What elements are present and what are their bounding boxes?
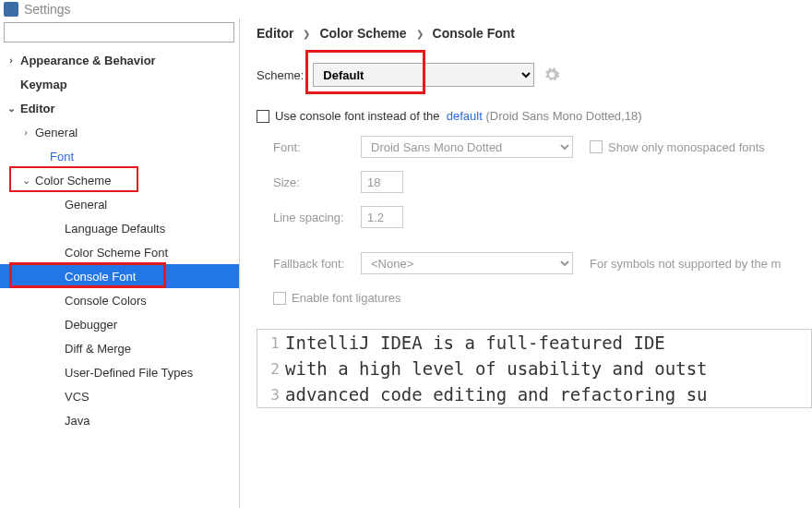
sidebar-item-label: Color Scheme Font <box>65 246 168 260</box>
gear-icon[interactable] <box>543 67 560 83</box>
sidebar-item-label: Editor <box>20 102 55 115</box>
line-number: 1 <box>257 334 285 352</box>
preview-line: 3advanced code editing and refactoring s… <box>257 381 811 407</box>
sidebar-item-general[interactable]: ›General <box>0 192 239 216</box>
default-font-link[interactable]: default <box>447 109 483 123</box>
sidebar-item-label: Keymap <box>20 78 67 91</box>
chevron-right-icon: › <box>6 54 17 66</box>
sidebar-item-java[interactable]: ›Java <box>0 408 239 432</box>
fallback-label: Fallback font: <box>273 257 361 271</box>
breadcrumb-console-font: Console Font <box>433 26 515 41</box>
ligatures-label: Enable font ligatures <box>292 291 401 305</box>
sidebar-item-label: General <box>35 126 78 139</box>
breadcrumb: Editor ❯ Color Scheme ❯ Console Font <box>257 24 812 41</box>
use-console-font-checkbox[interactable] <box>257 110 269 123</box>
sidebar-item-vcs[interactable]: ›VCS <box>0 384 239 408</box>
sidebar-item-general[interactable]: ›General <box>0 120 239 144</box>
breadcrumb-editor[interactable]: Editor <box>257 26 293 41</box>
sidebar-item-language-defaults[interactable]: ›Language Defaults <box>0 216 239 240</box>
chevron-right-icon: ❯ <box>416 29 424 39</box>
svg-point-2 <box>550 73 555 78</box>
chevron-right-icon: ❯ <box>303 29 310 39</box>
font-preview: 1IntelliJ IDEA is a full-featured IDE2wi… <box>257 329 812 408</box>
sidebar-item-console-colors[interactable]: ›Console Colors <box>0 288 239 312</box>
sidebar-item-appearance-behavior[interactable]: ›Appearance & Behavior <box>0 48 239 72</box>
window-titlebar: Settings <box>0 0 812 18</box>
monospaced-checkbox[interactable] <box>590 140 603 153</box>
highlight-box <box>9 166 138 192</box>
settings-tree: ›Appearance & Behavior›Keymap⌄Editor›Gen… <box>0 48 239 508</box>
preview-text: advanced code editing and refactoring su <box>285 384 708 405</box>
preview-text: IntelliJ IDEA is a full-featured IDE <box>285 333 665 353</box>
sidebar-item-user-defined-file-types[interactable]: ›User-Defined File Types <box>0 360 239 384</box>
preview-line: 1IntelliJ IDEA is a full-featured IDE <box>257 330 811 356</box>
font-label: Font: <box>273 140 361 154</box>
preview-line: 2with a high level of usability and outs… <box>257 356 811 381</box>
sidebar-item-label: VCS <box>65 390 90 404</box>
scheme-select[interactable]: Default <box>313 63 534 87</box>
use-console-font-label: Use console font instead of the default … <box>275 109 642 123</box>
sidebar-item-label: Java <box>65 414 90 428</box>
spacing-input[interactable] <box>361 206 403 228</box>
preview-text: with a high level of usability and outst <box>285 358 708 379</box>
sidebar: ›Appearance & Behavior›Keymap⌄Editor›Gen… <box>0 18 240 508</box>
fallback-hint: For symbols not supported by the m <box>590 257 781 271</box>
ligatures-checkbox[interactable] <box>273 292 286 305</box>
sidebar-item-font[interactable]: ›Font <box>0 144 239 168</box>
sidebar-item-label: Appearance & Behavior <box>20 54 156 67</box>
size-label: Size: <box>273 175 361 189</box>
sidebar-item-label: User-Defined File Types <box>65 366 193 380</box>
search-input[interactable] <box>4 22 234 42</box>
fallback-select[interactable]: <None> <box>361 252 573 274</box>
sidebar-item-editor[interactable]: ⌄Editor <box>0 96 239 120</box>
sidebar-item-keymap[interactable]: ›Keymap <box>0 72 239 96</box>
size-input[interactable] <box>361 171 403 193</box>
content-pane: Editor ❯ Color Scheme ❯ Console Font Sch… <box>240 18 812 508</box>
chevron-right-icon: › <box>20 127 31 138</box>
app-icon <box>4 2 18 17</box>
monospaced-label: Show only monospaced fonts <box>608 140 765 154</box>
chevron-down-icon: ⌄ <box>6 103 17 115</box>
breadcrumb-color-scheme[interactable]: Color Scheme <box>319 26 406 41</box>
scheme-label: Scheme: <box>257 68 304 82</box>
sidebar-item-label: Language Defaults <box>65 222 165 236</box>
sidebar-item-label: Console Colors <box>65 294 147 308</box>
highlight-box <box>9 262 166 288</box>
sidebar-item-label: General <box>65 198 107 212</box>
sidebar-item-label: Debugger <box>65 318 117 332</box>
spacing-label: Line spacing: <box>273 211 361 224</box>
sidebar-item-color-scheme-font[interactable]: ›Color Scheme Font <box>0 240 239 264</box>
sidebar-item-label: Diff & Merge <box>65 342 131 356</box>
font-select[interactable]: Droid Sans Mono Dotted <box>361 136 573 158</box>
sidebar-item-debugger[interactable]: ›Debugger <box>0 312 239 336</box>
line-number: 3 <box>257 386 285 404</box>
line-number: 2 <box>257 360 285 378</box>
sidebar-item-label: Font <box>50 150 74 163</box>
sidebar-item-diff-merge[interactable]: ›Diff & Merge <box>0 336 239 360</box>
window-title: Settings <box>24 2 71 17</box>
